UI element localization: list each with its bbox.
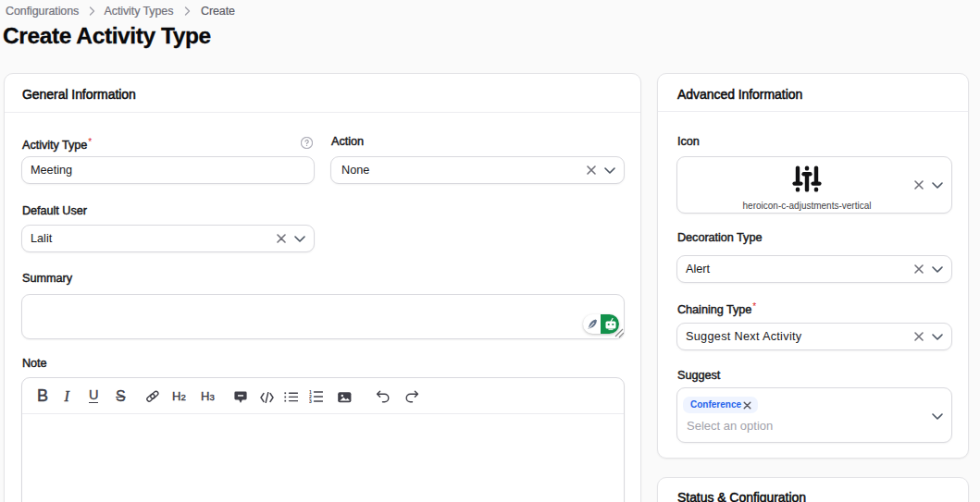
svg-text:3: 3 — [309, 398, 312, 403]
